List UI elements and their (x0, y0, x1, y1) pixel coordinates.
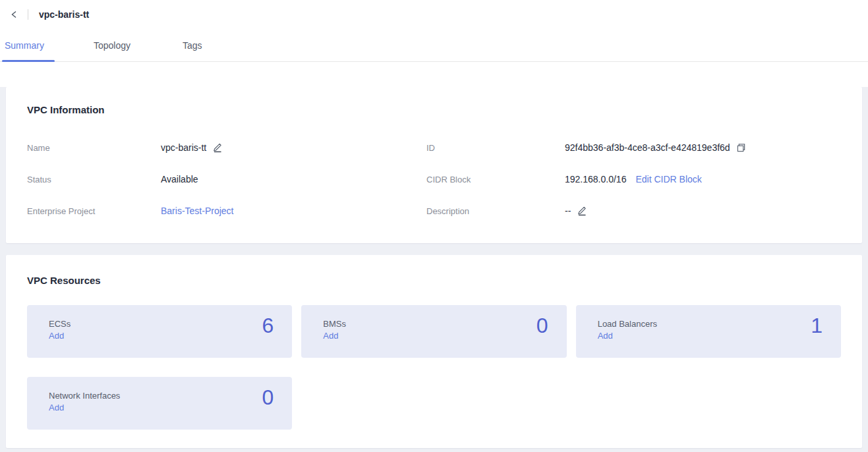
field-status-label: Status (27, 175, 161, 184)
edit-cidr-link[interactable]: Edit CIDR Block (635, 174, 701, 184)
page-title: vpc-baris-tt (39, 9, 89, 20)
tab-tags-label: Tags (183, 40, 202, 51)
field-cidr-label: CIDR Block (426, 175, 565, 184)
field-description: Description -- (426, 195, 849, 227)
field-id-value: 92f4bb36-af3b-4ce8-a3cf-e424819e3f6d (565, 142, 730, 153)
resource-tiles: ECSs Add 6 BMSs Add 0 Load Balancers Add… (27, 305, 841, 430)
tile-label: Network Interfaces (49, 390, 292, 401)
edit-pencil-icon (212, 142, 223, 153)
field-name: Name vpc-baris-tt (27, 132, 426, 163)
network-interface-count: 0 (262, 385, 274, 410)
tab-topology-label: Topology (94, 40, 130, 51)
chevron-left-icon (9, 9, 20, 20)
header-divider (28, 9, 28, 20)
copy-id-button[interactable] (736, 142, 747, 154)
enterprise-project-link[interactable]: Baris-Test-Project (161, 206, 233, 216)
field-name-value: vpc-baris-tt (161, 142, 206, 153)
page-header: vpc-baris-tt (0, 0, 868, 29)
tabbar-spacer (0, 62, 868, 72)
edit-name-button[interactable] (212, 142, 223, 154)
tab-tags[interactable]: Tags (178, 29, 267, 61)
field-cidr-value: 192.168.0.0/16 (565, 174, 626, 184)
field-name-label: Name (27, 143, 161, 153)
vpc-information-grid: Name vpc-baris-tt ID 92f (27, 132, 849, 227)
add-load-balancer-link[interactable]: Add (598, 331, 613, 341)
tab-summary-label: Summary (5, 40, 44, 51)
vpc-information-heading: VPC Information (27, 104, 849, 116)
tab-summary[interactable]: Summary (0, 29, 89, 61)
tab-bar: Summary Topology Tags (0, 29, 868, 62)
edit-pencil-icon (577, 206, 587, 216)
vpc-resources-card: VPC Resources ECSs Add 6 BMSs Add 0 Load… (6, 255, 862, 448)
load-balancer-count: 1 (811, 314, 823, 338)
resource-tile-load-balancers[interactable]: Load Balancers Add 1 (576, 305, 841, 358)
vpc-information-card: VPC Information Name vpc-baris-tt (6, 87, 862, 243)
ecs-count: 6 (262, 314, 274, 338)
field-description-label: Description (426, 206, 565, 216)
resource-tile-network-interfaces[interactable]: Network Interfaces Add 0 (27, 377, 292, 430)
field-enterprise-project: Enterprise Project Baris-Test-Project (27, 195, 426, 227)
resource-tile-bmss[interactable]: BMSs Add 0 (301, 305, 566, 358)
add-ecs-link[interactable]: Add (49, 331, 64, 341)
field-status: Status Available (27, 163, 426, 195)
field-status-value: Available (161, 174, 198, 184)
bms-count: 0 (536, 314, 548, 338)
tile-label: Load Balancers (598, 318, 841, 329)
vpc-resources-heading: VPC Resources (27, 275, 841, 287)
field-description-value: -- (565, 206, 571, 216)
vpc-detail-page: vpc-baris-tt Summary Topology Tags VPC I… (0, 0, 868, 452)
resource-tile-ecss[interactable]: ECSs Add 6 (27, 305, 292, 358)
tile-label: ECSs (49, 318, 292, 329)
field-id-label: ID (426, 143, 565, 153)
field-cidr: CIDR Block 192.168.0.0/16 Edit CIDR Bloc… (426, 163, 849, 195)
field-id: ID 92f4bb36-af3b-4ce8-a3cf-e424819e3f6d (426, 132, 849, 163)
field-enterprise-project-label: Enterprise Project (27, 206, 161, 216)
copy-icon (736, 143, 746, 153)
content-area: VPC Information Name vpc-baris-tt (0, 87, 868, 452)
tile-label: BMSs (323, 318, 566, 329)
add-bms-link[interactable]: Add (323, 331, 338, 341)
edit-description-button[interactable] (576, 205, 588, 217)
add-network-interface-link[interactable]: Add (49, 403, 64, 412)
back-button[interactable] (8, 8, 21, 21)
tab-topology[interactable]: Topology (89, 29, 178, 61)
